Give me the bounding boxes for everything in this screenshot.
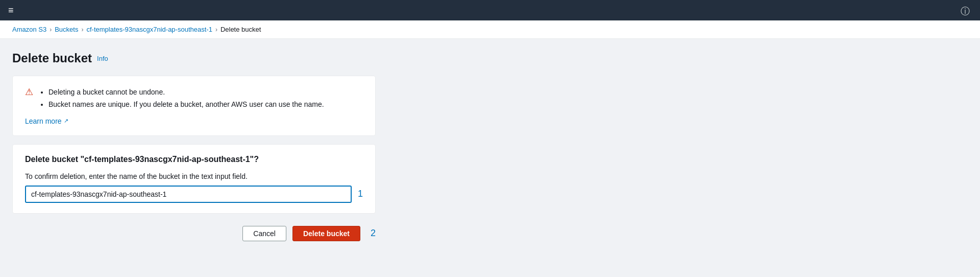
breadcrumb: Amazon S3 › Buckets › cf-templates-93nas… — [0, 20, 980, 39]
learn-more-row: Learn more ↗ — [25, 117, 363, 125]
page-title: Delete bucket — [12, 51, 92, 65]
actions-row: Cancel Delete bucket 2 — [12, 226, 376, 241]
main-content: Delete bucket Info ⚠ Deleting a bucket c… — [0, 39, 388, 253]
confirm-instruction: To confirm deletion, enter the name of t… — [25, 172, 363, 180]
warning-box: ⚠ Deleting a bucket cannot be undone. Bu… — [12, 76, 376, 136]
top-navigation-bar: ≡ — [0, 0, 980, 20]
step-1-indicator: 1 — [358, 189, 363, 199]
info-link[interactable]: Info — [97, 55, 108, 62]
cancel-button[interactable]: Cancel — [242, 226, 286, 241]
step-2-indicator: 2 — [371, 228, 376, 239]
learn-more-link[interactable]: Learn more ↗ — [25, 117, 68, 125]
confirm-box: Delete bucket "cf-templates-93nascgx7nid… — [12, 144, 376, 214]
breadcrumb-amazon-s3[interactable]: Amazon S3 — [12, 26, 46, 33]
external-link-icon: ↗ — [64, 118, 68, 124]
page-title-row: Delete bucket Info — [12, 51, 376, 65]
breadcrumb-sep-2: › — [81, 26, 83, 33]
breadcrumb-buckets[interactable]: Buckets — [55, 26, 78, 33]
warning-bullet-2: Bucket names are unique. If you delete a… — [48, 99, 324, 111]
breadcrumb-bucket-name[interactable]: cf-templates-93nascgx7nid-ap-southeast-1 — [86, 26, 212, 33]
learn-more-label: Learn more — [25, 117, 62, 125]
breadcrumb-sep-1: › — [50, 26, 52, 33]
hamburger-menu-icon[interactable]: ≡ — [8, 5, 14, 16]
top-right-info-icon[interactable]: ⓘ — [961, 5, 970, 17]
delete-bucket-button[interactable]: Delete bucket — [292, 226, 360, 241]
warning-content: Deleting a bucket cannot be undone. Buck… — [38, 86, 324, 111]
confirm-title: Delete bucket "cf-templates-93nascgx7nid… — [25, 155, 363, 164]
breadcrumb-current: Delete bucket — [220, 26, 261, 33]
bucket-name-input[interactable] — [25, 186, 352, 203]
warning-bullet-1: Deleting a bucket cannot be undone. — [48, 86, 324, 99]
warning-triangle-icon: ⚠ — [25, 86, 33, 98]
confirm-input-wrapper: 1 — [25, 186, 363, 203]
warning-header: ⚠ Deleting a bucket cannot be undone. Bu… — [25, 86, 363, 111]
breadcrumb-sep-3: › — [215, 26, 217, 33]
